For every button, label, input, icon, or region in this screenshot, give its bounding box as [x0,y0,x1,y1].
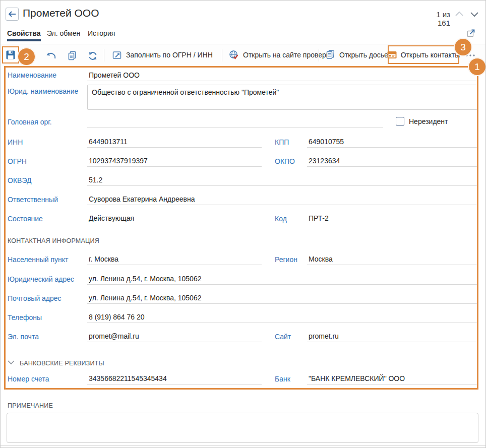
fill-by-ogrn-button[interactable]: Заполнить по ОГРН / ИНН [112,47,213,62]
open-in-new-window-icon[interactable] [467,28,477,38]
field-state[interactable]: Действующая [87,214,262,224]
tab-electronic-exchange[interactable]: Эл. обмен [47,29,80,41]
open-check-site-button[interactable]: Открыть на сайте проверки [229,47,333,62]
open-contacts-button[interactable]: Открыть контакты [388,45,459,64]
toolbar: Заполнить по ОГРН / ИНН Открыть на сайте… [1,44,486,66]
field-bank[interactable]: "БАНК КРЕМЛЕВСКИЙ" ООО [307,374,478,385]
field-label-head-org: Головная орг. [8,118,52,126]
contact-card-icon [387,51,397,59]
field-responsible[interactable]: Суворова Екатерина Андреевна [87,195,478,205]
toolbar-separator [222,49,222,61]
field-label-bank: Банк [275,375,290,383]
copy-icon [67,51,77,61]
record-counter: 1 из 161 [424,10,450,27]
tab-history[interactable]: История [88,29,115,41]
field-site[interactable]: promet.ru [307,332,478,342]
field-label-city: Населенный пункт [8,255,68,264]
nonresident-label[interactable]: Нерезидент [409,117,448,125]
field-email[interactable]: promet@mail.ru [87,332,262,342]
note-textarea[interactable] [7,413,478,443]
back-arrow-icon [8,10,17,18]
field-label-kpp: КПП [275,138,289,146]
undo-button[interactable] [45,50,57,62]
field-label-state: Состояние [8,215,43,223]
globe-check-icon [229,50,239,60]
undo-icon [45,51,56,60]
bank-section-collapse-icon[interactable] [7,359,15,365]
toolbar-separator [104,49,104,61]
field-label-okved: ОКВЭД [8,176,31,184]
field-city[interactable]: г. Москва [87,255,262,265]
field-region[interactable]: Москва [307,255,478,265]
open-contacts-label: Открыть контакты [401,51,460,59]
field-postal-address[interactable]: ул. Ленина д.54, г. Москва, 105062 [87,294,478,304]
field-label-okpo: ОКПО [275,157,295,165]
tab-properties[interactable]: Свойства [7,29,41,41]
open-dossier-label: Открыть досье [339,51,388,59]
field-label-site: Сайт [275,333,291,341]
field-okved[interactable]: 51.2 [87,176,478,186]
bank-section-header: БАНКОВСКИЕ РЕКВИЗИТЫ [20,360,104,367]
next-record-button[interactable] [470,11,480,19]
field-label-responsible: Ответственный [8,196,58,204]
window-bottom-border [1,445,486,446]
copy-button[interactable] [66,50,78,62]
field-label-postal-address: Почтовый адрес [8,294,62,302]
back-button[interactable] [6,8,19,21]
field-kpp[interactable]: 649010755 [307,138,478,148]
chevron-up-icon [455,11,465,17]
field-okpo[interactable]: 23123634 [307,157,478,167]
annotation-badge-3: 3 [454,38,472,56]
open-dossier-button[interactable]: Открыть досье [325,47,388,62]
field-code[interactable]: ПРТ-2 [307,214,478,224]
open-check-site-label: Открыть на сайте проверки [243,51,333,59]
field-label-legal-name: Юрид. наименование [8,87,78,95]
contact-info-section-header: КОНТАКТНАЯ ИНФОРМАЦИЯ [8,237,99,244]
save-icon [6,50,16,60]
field-name[interactable]: Прометей ООО [87,71,478,81]
field-label-code: Код [275,215,287,223]
field-legal-address[interactable]: ул. Ленина д.54, г. Москва, 105062 [87,275,478,285]
fill-form-icon [112,50,122,60]
field-label-name: Наименование [8,71,56,79]
field-label-email: Эл. почта [8,333,39,341]
field-account[interactable]: 34356682211545345434 [87,374,262,385]
fill-by-ogrn-label: Заполнить по ОГРН / ИНН [126,51,213,59]
field-ogrn[interactable]: 102937437919397 [87,157,262,167]
page-title: Прометей ООО [23,7,99,19]
nonresident-checkbox[interactable] [396,117,404,125]
note-section-header: ПРИМЕЧАНИЕ [8,402,53,409]
previous-record-button[interactable] [455,11,465,19]
save-button[interactable] [2,46,19,63]
field-label-inn: ИНН [8,138,23,146]
field-phones[interactable]: 8 (919) 864 76 20 [87,313,478,323]
field-label-phones: Телефоны [8,313,42,322]
chevron-down-icon [470,11,480,17]
refresh-button[interactable] [87,50,99,62]
field-head-org[interactable] [87,118,383,128]
field-label-region: Регион [275,255,297,264]
refresh-icon [88,51,98,61]
field-label-ogrn: ОГРН [8,157,27,165]
annotation-badge-2: 2 [17,47,36,66]
dossier-pages-icon [325,50,335,60]
field-inn[interactable]: 6449013711 [87,138,262,148]
field-label-account: Номер счета [8,375,49,383]
field-legal-name[interactable]: Общество с ограниченной ответственностью… [87,85,478,110]
annotation-badge-1: 1 [468,57,486,76]
company-card-window: Прометей ООО 1 из 161 Свойства Эл. обмен… [0,0,486,448]
toolbar-separator [319,49,319,61]
field-label-legal-address: Юридический адрес [8,275,74,283]
